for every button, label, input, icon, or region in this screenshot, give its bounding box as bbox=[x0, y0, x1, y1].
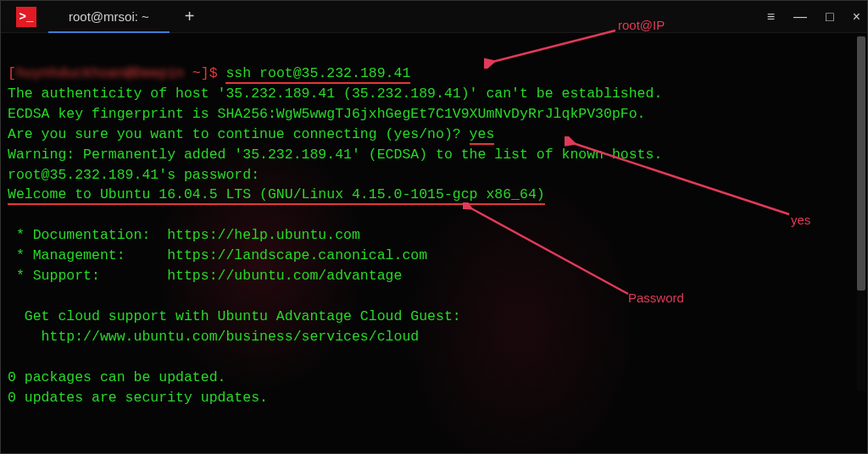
terminal-window: >_ root@mrsoi: ~ + ≡ — □ × [huynhduckhoa… bbox=[0, 0, 868, 454]
output-line: Warning: Permanently added '35.232.189.4… bbox=[8, 147, 662, 163]
scrollbar-thumb[interactable] bbox=[857, 36, 865, 291]
prompt-user: huynhduckhoan@Deepin bbox=[16, 65, 184, 81]
tab-title: root@mrsoi: ~ bbox=[69, 9, 149, 24]
output-line: ECDSA key fingerprint is SHA256:WgW5wwgT… bbox=[8, 106, 646, 122]
new-tab-button[interactable]: + bbox=[170, 7, 210, 26]
annotation-root-ip: root@IP bbox=[618, 18, 665, 32]
ssh-command: ssh root@35.232.189.41 bbox=[225, 65, 410, 84]
output-line: * Documentation: https://help.ubuntu.com bbox=[8, 227, 360, 243]
tab-active[interactable]: root@mrsoi: ~ bbox=[48, 1, 170, 33]
output-line: http://www.ubuntu.com/business/services/… bbox=[8, 329, 419, 345]
annotation-password: Password bbox=[628, 291, 684, 305]
output-line: Welcome to Ubuntu 16.04.5 LTS (GNU/Linux… bbox=[8, 186, 545, 205]
annotation-yes: yes bbox=[791, 213, 810, 227]
maximize-button[interactable]: □ bbox=[826, 9, 834, 25]
output-line: * Management: https://landscape.canonica… bbox=[8, 247, 427, 263]
titlebar: >_ root@mrsoi: ~ + ≡ — □ × bbox=[1, 1, 867, 33]
output-line: Are you sure you want to continue connec… bbox=[8, 126, 470, 142]
output-line: The authenticity of host '35.232.189.41 … bbox=[8, 86, 662, 102]
output-line: * Support: https://ubuntu.com/advantage bbox=[8, 268, 402, 284]
terminal-glyph: >_ bbox=[19, 10, 34, 24]
output-line: 0 updates are security updates. bbox=[8, 390, 268, 406]
menu-icon[interactable]: ≡ bbox=[767, 9, 775, 25]
output-line: 0 packages can be updated. bbox=[8, 369, 225, 385]
terminal-app-icon: >_ bbox=[16, 7, 36, 27]
user-input-yes: yes bbox=[470, 126, 495, 145]
minimize-button[interactable]: — bbox=[793, 9, 807, 25]
plus-icon: + bbox=[185, 7, 195, 25]
output-line: root@35.232.189.41's password: bbox=[8, 167, 259, 183]
close-button[interactable]: × bbox=[853, 9, 860, 25]
terminal-output[interactable]: [huynhduckhoan@Deepin ~]$ ssh root@35.23… bbox=[1, 33, 867, 453]
window-controls: ≡ — □ × bbox=[767, 1, 860, 33]
output-line: Get cloud support with Ubuntu Advantage … bbox=[8, 308, 461, 324]
prompt-path: ~]$ bbox=[184, 65, 226, 81]
